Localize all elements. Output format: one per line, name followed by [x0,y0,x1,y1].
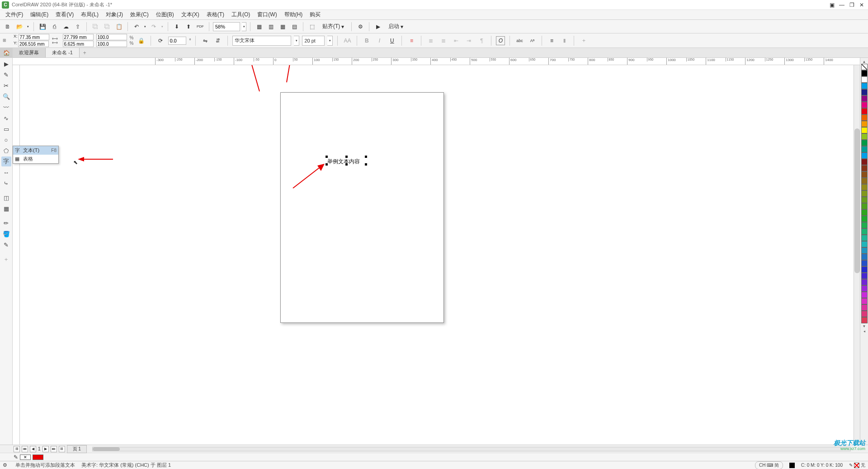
import-icon[interactable]: ⬇ [172,22,182,32]
menu-help[interactable]: 帮助(H) [281,10,307,19]
text-align-icon[interactable]: ≡ [406,36,416,46]
palette-swatch[interactable] [861,171,868,178]
palette-swatch[interactable] [861,311,868,317]
copy-icon[interactable]: ⿻ [90,22,100,32]
horizontal-scrollbar[interactable] [92,447,851,451]
guides-icon[interactable]: ▤ [289,22,299,32]
palette-swatch[interactable] [861,159,868,165]
page-last-icon[interactable]: ⏭ [51,446,57,452]
zoom-dropdown[interactable]: ▾ [242,22,246,31]
text-direction-icon[interactable]: ≡ [547,36,557,46]
palette-swatch[interactable] [861,114,868,121]
export-icon[interactable]: ⇪ [73,22,83,32]
dropshadow-tool-icon[interactable]: ◫ [1,193,11,203]
paste-icon[interactable]: 📋 [114,22,124,32]
page-prev-icon[interactable]: ◀ [30,446,36,452]
restore-icon[interactable]: ❐ [847,1,856,9]
page-next-icon[interactable]: ▶ [42,446,49,452]
palette-swatch[interactable] [861,317,868,323]
close-icon[interactable]: ✕ [857,1,866,9]
fill-tool-icon[interactable]: 🪣 [1,229,11,239]
horizontal-ruler[interactable]: 毫米 -300-200-1000100200300400500600700800… [13,58,860,65]
tab-welcome[interactable]: 欢迎屏幕 [13,48,46,57]
pick-tool-icon[interactable]: ▶ [1,59,11,69]
menu-layout[interactable]: 布局(L) [77,10,102,19]
corel-icon[interactable]: ▣ [827,1,836,9]
palette-none-swatch[interactable] [861,64,868,70]
fill-swatch-icon[interactable] [789,463,795,468]
palette-swatch[interactable] [861,209,868,216]
palette-up-icon[interactable]: ▲ [863,60,866,64]
palette-swatch[interactable] [861,102,868,108]
redo-icon[interactable]: ↷ [149,22,159,32]
options-icon[interactable]: ⚙ [355,22,365,32]
palette-swatch[interactable] [861,247,868,254]
rectangle-tool-icon[interactable]: ▭ [1,124,11,134]
font-size-input[interactable]: 20 pt [302,36,325,46]
palette-expand-icon[interactable]: ◂ [863,329,865,333]
freehand-tool-icon[interactable]: 〰 [1,102,11,112]
lock-ratio-icon[interactable]: 🔒 [136,36,146,46]
export2-icon[interactable]: ⬆ [184,22,193,32]
bold-button[interactable]: B [362,36,372,46]
menu-tools[interactable]: 工具(O) [228,10,254,19]
drop-cap-icon[interactable]: ¶ [476,36,486,46]
status-gear-icon[interactable]: ⚙ [3,462,9,468]
palette-swatch[interactable] [861,266,868,273]
add-icon[interactable]: + [579,36,589,46]
shape-tool-icon[interactable]: ✎ [1,70,11,80]
selection-handles[interactable] [326,156,367,166]
menu-file[interactable]: 文件(F) [2,10,27,19]
palette-swatch[interactable] [861,279,868,285]
text-tool-icon[interactable]: 字 [1,156,11,166]
scale-y-input[interactable] [96,41,127,47]
palette-swatch[interactable] [861,260,868,266]
height-input[interactable] [63,41,94,47]
eyedropper-tool-icon[interactable]: ✏ [1,218,11,228]
menu-edit[interactable]: 编辑(E) [27,10,52,19]
toolbox-add-icon[interactable]: + [1,254,11,264]
menu-view[interactable]: 查看(V) [52,10,77,19]
palette-swatch[interactable] [861,197,868,203]
palette-swatch[interactable] [861,133,868,140]
palette-swatch[interactable] [861,216,868,222]
polygon-tool-icon[interactable]: ⬠ [1,146,11,156]
page-tab-1[interactable]: 页 1 [67,445,87,453]
text-spacing-icon[interactable]: ⫴ [559,36,569,46]
canvas[interactable]: 举例文本内容 [20,65,854,445]
page-add-icon[interactable]: ⊞ [14,446,20,452]
font-family-input[interactable]: 华文宋体 [232,36,291,46]
menu-text[interactable]: 文本(X) [178,10,203,19]
rotation-input[interactable] [168,37,186,45]
transparency-tool-icon[interactable]: ▦ [1,204,11,213]
menu-buy[interactable]: 购买 [306,10,324,19]
ime-indicator[interactable]: CH ⌨ 简 [755,461,783,469]
menu-window[interactable]: 窗口(W) [254,10,280,19]
outline-color-well[interactable] [20,455,31,460]
palette-swatch[interactable] [861,121,868,127]
menu-bitmap[interactable]: 位图(B) [152,10,178,19]
text-case-icon[interactable]: Aª [527,36,537,46]
palette-swatch[interactable] [861,222,868,228]
menu-object[interactable]: 对象(J) [102,10,127,19]
font-family-dropdown[interactable]: ▾ [294,36,299,46]
palette-swatch[interactable] [861,140,868,146]
page-add2-icon[interactable]: ⊞ [59,446,65,452]
palette-swatch[interactable] [861,190,868,197]
artistic-media-icon[interactable]: ∿ [1,113,11,123]
circle-o-icon[interactable]: O [496,36,505,45]
snap-icon[interactable]: ⬚ [307,22,317,32]
launch-dropdown[interactable]: 启动 ▾ [385,22,407,31]
palette-swatch[interactable] [861,127,868,133]
x-input[interactable] [19,34,49,40]
crop-tool-icon[interactable]: ✂ [1,81,11,90]
variable-font-icon[interactable]: AA [342,36,352,46]
dd1[interactable]: ▾ [26,22,30,32]
redo-dd[interactable]: ▾ [160,22,164,32]
italic-button[interactable]: I [374,36,384,46]
palette-swatch[interactable] [861,273,868,279]
abc-icon[interactable]: abc [514,36,524,46]
print-icon[interactable]: ⎙ [49,22,59,32]
mirror-h-icon[interactable]: ⇋ [200,36,210,46]
list-bullet-icon[interactable]: ≣ [426,36,436,46]
